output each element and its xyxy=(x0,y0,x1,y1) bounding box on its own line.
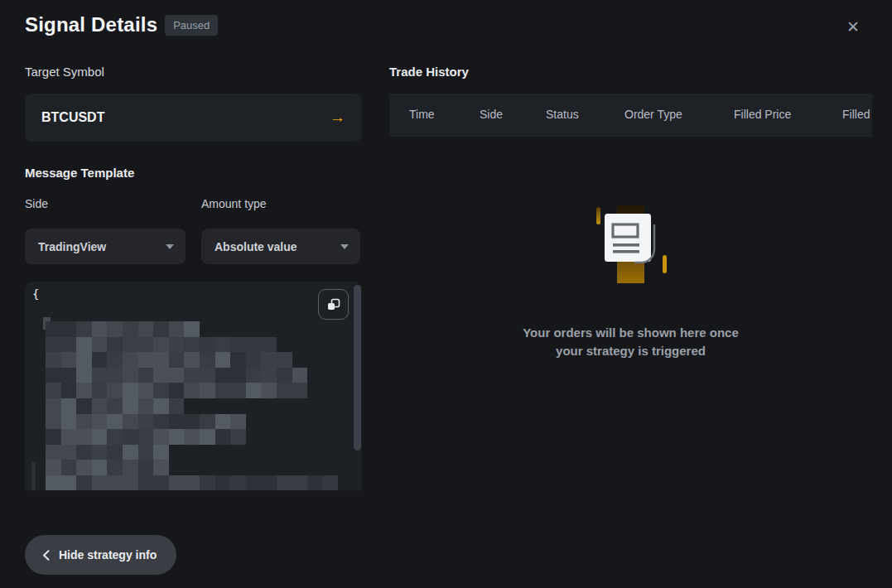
strategy-info-panel: Target Symbol BTCUSDT → Message Template… xyxy=(25,65,362,79)
message-template-code-block: { xyxy=(25,282,362,498)
side-dropdown-value: TradingView xyxy=(38,240,106,253)
code-scrollbar-thumb[interactable] xyxy=(354,285,361,451)
target-symbol-label: Target Symbol xyxy=(25,65,362,79)
page-title: Signal Details xyxy=(25,13,157,36)
target-symbol-field[interactable]: BTCUSDT → xyxy=(25,94,362,142)
chevron-down-icon xyxy=(166,244,174,249)
target-symbol-value: BTCUSDT xyxy=(41,110,104,125)
column-header-side: Side xyxy=(480,108,503,121)
amount-type-label: Amount type xyxy=(201,197,267,210)
hide-strategy-info-button[interactable]: Hide strategy info xyxy=(25,535,176,575)
column-header-filled: Filled xyxy=(842,108,870,121)
empty-orders-icon xyxy=(581,203,680,294)
chevron-left-icon xyxy=(42,550,50,561)
code-open-brace: { xyxy=(32,287,39,301)
column-header-filled-price: Filled Price xyxy=(734,108,791,121)
paper-text-line xyxy=(613,243,639,247)
amber-dash-right xyxy=(663,255,667,273)
message-template-title: Message Template xyxy=(25,166,134,180)
column-header-order-type: Order Type xyxy=(624,108,682,121)
empty-state-line1: Your orders will be shown here once xyxy=(389,324,872,342)
redacted-code-content xyxy=(46,321,338,491)
copy-icon xyxy=(325,296,341,312)
copy-button[interactable] xyxy=(318,289,349,320)
side-dropdown[interactable]: TradingView xyxy=(25,229,186,264)
signal-details-modal: Signal Details Paused ✕ Target Symbol BT… xyxy=(0,0,892,588)
empty-state-text: Your orders will be shown here once your… xyxy=(389,324,872,360)
trade-history-header-row: Time Side Status Order Type Filled Price… xyxy=(389,94,872,137)
amber-dash-left xyxy=(596,207,600,224)
code-hscrollbar-track xyxy=(25,490,362,498)
paper-text-line xyxy=(613,250,639,253)
modal-header: Signal Details Paused xyxy=(25,13,218,36)
status-badge: Paused xyxy=(165,15,218,36)
amount-type-dropdown-value: Absolute value xyxy=(215,240,297,253)
trade-history-title: Trade History xyxy=(389,65,469,79)
close-icon[interactable]: ✕ xyxy=(843,17,863,36)
hide-strategy-info-label: Hide strategy info xyxy=(59,548,157,561)
arrow-right-icon[interactable]: → xyxy=(330,108,345,127)
column-header-time: Time xyxy=(409,108,435,121)
side-label: Side xyxy=(25,197,48,210)
amount-type-dropdown[interactable]: Absolute value xyxy=(201,229,360,264)
chevron-down-icon xyxy=(340,244,349,249)
column-header-status: Status xyxy=(546,108,579,121)
empty-state-line2: your strategy is triggered xyxy=(389,342,872,360)
